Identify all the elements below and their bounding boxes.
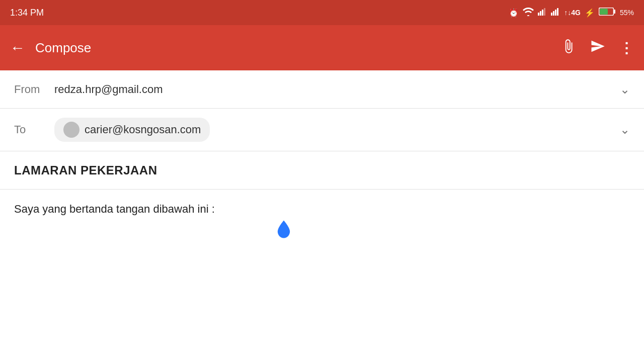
from-expand-icon[interactable]: ⌄ — [620, 82, 630, 97]
alarm-icon: ⏰ — [509, 8, 519, 18]
status-bar: 1:34 PM ⏰ ↑ — [0, 0, 644, 25]
status-time: 1:34 PM — [10, 8, 44, 18]
svg-rect-3 — [544, 8, 545, 16]
svg-rect-9 — [614, 10, 615, 14]
to-label: To — [14, 123, 54, 136]
back-button[interactable]: ← — [10, 39, 25, 56]
send-button[interactable] — [590, 39, 605, 57]
svg-rect-7 — [557, 8, 558, 16]
toolbar-actions: ⋮ — [561, 39, 634, 57]
svg-rect-0 — [538, 13, 539, 16]
charging-icon: ⚡ — [585, 8, 595, 18]
from-email-address: redza.hrp@gmail.com — [54, 83, 620, 96]
status-icons: ⏰ ↑↓4G ⚡ — [509, 7, 634, 18]
battery-percentage: 55% — [620, 9, 634, 17]
svg-rect-4 — [551, 13, 552, 16]
main-content: From redza.hrp@gmail.com ⌄ To carier@kos… — [0, 70, 644, 270]
attach-icon[interactable] — [561, 39, 576, 57]
from-row: From redza.hrp@gmail.com ⌄ — [0, 70, 644, 108]
toolbar: ← Compose ⋮ — [0, 25, 644, 70]
subject-text: LAMARAN PEKERJAAN — [14, 163, 157, 177]
from-label: From — [14, 83, 54, 96]
cursor-indicator — [274, 220, 294, 240]
to-email-chip[interactable]: carier@kosngosan.com — [54, 118, 210, 142]
svg-rect-1 — [540, 11, 541, 16]
body-area[interactable]: Saya yang bertanda tangan dibawah ini : — [0, 190, 644, 270]
wifi-icon — [523, 7, 534, 18]
more-options-icon[interactable]: ⋮ — [619, 40, 634, 56]
to-row: To carier@kosngosan.com ⌄ — [0, 109, 644, 151]
svg-rect-10 — [600, 9, 608, 15]
network-type-icon: ↑↓4G — [564, 9, 581, 17]
toolbar-title: Compose — [35, 40, 561, 56]
battery-icon — [599, 8, 616, 18]
subject-row[interactable]: LAMARAN PEKERJAAN — [0, 151, 644, 189]
svg-rect-2 — [542, 10, 543, 16]
svg-rect-5 — [553, 11, 554, 16]
svg-rect-6 — [555, 10, 556, 16]
signal-icon — [538, 8, 547, 18]
to-avatar — [63, 122, 79, 138]
signal-icon-2 — [551, 8, 560, 18]
to-expand-icon[interactable]: ⌄ — [620, 123, 630, 137]
body-text: Saya yang bertanda tangan dibawah ini : — [14, 203, 215, 215]
to-email-address: carier@kosngosan.com — [85, 123, 201, 136]
